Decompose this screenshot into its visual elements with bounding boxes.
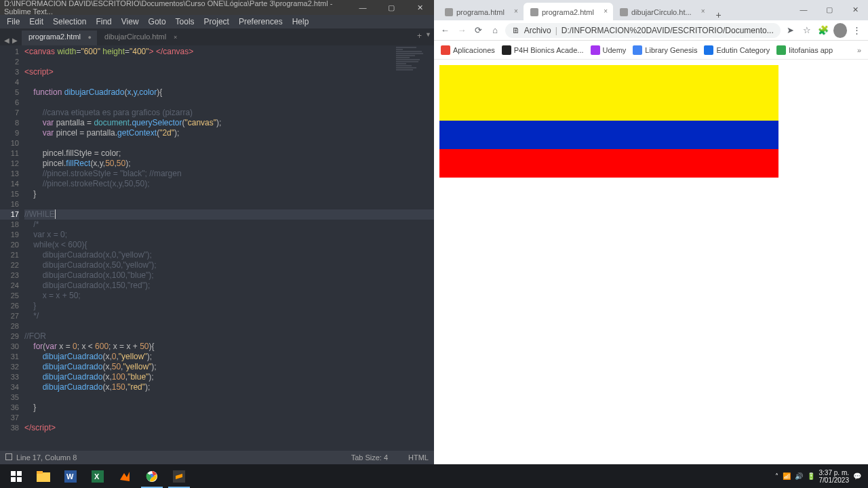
volume-icon[interactable]: 🔊 (795, 472, 803, 480)
svg-rect-0 (11, 471, 16, 476)
chrome-tabstrip: programa.html× programa2.html× dibujarCi… (434, 0, 868, 20)
tray-chevron-icon[interactable]: ˄ (775, 472, 778, 480)
cursor-position: Line 17, Column 8 (16, 453, 77, 462)
flag-yellow-band (439, 65, 778, 121)
menu-goto[interactable]: Goto (144, 16, 170, 28)
chrome-tab-programa2[interactable]: programa2.html× (524, 3, 613, 20)
close-icon[interactable]: × (174, 34, 177, 41)
site-icon (591, 45, 600, 55)
svg-text:X: X (94, 472, 100, 481)
favicon-icon (620, 8, 628, 16)
address-bar[interactable]: 🗎 Archivo | D:/INFORMACION%20DAVID/ESCRI… (505, 23, 781, 38)
windows-taskbar: W X ˄ 📶 🔊 🔋 3:37 p. m. 7/01/2023 💬 (0, 464, 868, 488)
close-icon[interactable]: × (604, 7, 608, 15)
menu-file[interactable]: File (3, 16, 24, 28)
bookmark-aplicaciones[interactable]: Aplicaciones (441, 45, 495, 55)
close-button[interactable]: ✕ (406, 0, 434, 15)
bookmark-litofanias[interactable]: litofanias app (776, 45, 833, 55)
file-explorer-icon[interactable] (30, 464, 57, 488)
chrome-tab-programa[interactable]: programa.html× (438, 3, 524, 20)
close-button[interactable]: ✕ (842, 0, 868, 19)
site-icon (633, 45, 642, 55)
maximize-button[interactable]: ▢ (377, 0, 406, 15)
canvas-output (439, 65, 778, 178)
line-gutter: 1234567891011121314151617181920212223242… (0, 45, 24, 451)
menu-edit[interactable]: Edit (25, 16, 47, 28)
bookmark-udemy[interactable]: Udemy (591, 45, 627, 55)
chrome-tab-dibujar[interactable]: dibujarCirculo.ht...× (613, 3, 711, 20)
svg-rect-5 (37, 471, 43, 474)
nav-fwd-icon[interactable]: ▶ (11, 35, 19, 45)
menu-icon[interactable]: ⋮ (850, 25, 864, 35)
bookmark-p4h[interactable]: P4H Bionics Acade... (502, 45, 584, 55)
editor-statusbar: Line 17, Column 8 Tab Size: 4HTML (0, 451, 434, 464)
editor-menubar: File Edit Selection Find View Goto Tools… (0, 15, 434, 28)
site-icon (776, 45, 786, 55)
chrome-window: programa.html× programa2.html× dibujarCi… (434, 0, 868, 464)
file-icon: 🗎 (512, 26, 520, 35)
battery-icon[interactable]: 🔋 (807, 472, 815, 480)
svg-rect-3 (17, 477, 22, 482)
menu-selection[interactable]: Selection (49, 16, 90, 28)
menu-find[interactable]: Find (92, 16, 115, 28)
reload-icon[interactable]: ⟳ (471, 25, 486, 35)
code-content[interactable]: <canvas width="600" height="400"> </canv… (24, 45, 434, 451)
new-tab-icon[interactable]: + (417, 31, 422, 41)
new-tab-button[interactable]: + (711, 9, 727, 20)
bookmark-edutin[interactable]: Edutin Category (704, 45, 770, 55)
share-icon[interactable]: ➤ (783, 25, 797, 35)
flag-blue-band (439, 121, 778, 149)
syntax-mode[interactable]: HTML (408, 453, 429, 462)
clock[interactable]: 3:37 p. m. 7/01/2023 (819, 469, 850, 484)
editor-titlebar[interactable]: D:\INFORMACION DAVID\ESCRITORIO\Document… (0, 0, 434, 15)
minimize-button[interactable]: — (791, 0, 816, 19)
chrome-icon[interactable] (138, 464, 165, 488)
tab-size[interactable]: Tab Size: 4 (351, 453, 388, 462)
network-icon[interactable]: 📶 (783, 472, 791, 480)
menu-project[interactable]: Project (200, 16, 233, 28)
excel-icon[interactable]: X (84, 464, 111, 488)
sublime-icon[interactable] (165, 464, 193, 488)
system-tray: ˄ 📶 🔊 🔋 3:37 p. m. 7/01/2023 💬 (775, 469, 866, 484)
chrome-toolbar: ← → ⟳ ⌂ 🗎 Archivo | D:/INFORMACION%20DAV… (434, 20, 868, 41)
home-icon[interactable]: ⌂ (488, 25, 502, 35)
menu-preferences[interactable]: Preferences (235, 16, 287, 28)
bookmark-icon[interactable]: ☆ (800, 25, 814, 35)
minimap[interactable] (396, 47, 430, 94)
extensions-icon[interactable]: 🧩 (816, 25, 831, 35)
close-icon[interactable]: × (514, 7, 518, 15)
profile-avatar[interactable] (833, 23, 848, 38)
back-icon[interactable]: ← (438, 25, 452, 35)
svg-rect-4 (37, 472, 50, 482)
svg-text:W: W (66, 472, 74, 481)
bookmarks-overflow-icon[interactable]: » (857, 46, 861, 54)
start-button[interactable] (3, 464, 30, 488)
favicon-icon (530, 8, 538, 16)
notifications-icon[interactable]: 💬 (853, 472, 861, 480)
editor-tabbar: ◀▶ programa2.html● dibujarCirculo.html× … (0, 28, 434, 45)
bookmark-libgen[interactable]: Library Genesis (633, 45, 697, 55)
menu-help[interactable]: Help (288, 16, 313, 28)
tab-overflow-icon[interactable]: ▼ (425, 31, 431, 38)
menu-view[interactable]: View (117, 16, 143, 28)
matlab-icon[interactable] (111, 464, 138, 488)
panel-icon[interactable] (5, 453, 12, 460)
sublime-text-window: D:\INFORMACION DAVID\ESCRITORIO\Document… (0, 0, 434, 464)
nav-back-icon[interactable]: ◀ (3, 35, 11, 45)
forward-icon[interactable]: → (455, 25, 469, 35)
editor-tab-programa2[interactable]: programa2.html● (22, 30, 97, 45)
favicon-icon (445, 8, 453, 16)
apps-icon (441, 45, 450, 55)
word-icon[interactable]: W (57, 464, 84, 488)
editor-tab-dibujar[interactable]: dibujarCirculo.html× (98, 30, 182, 45)
maximize-button[interactable]: ▢ (816, 0, 842, 19)
site-icon (704, 45, 713, 55)
close-icon[interactable]: × (701, 7, 705, 15)
page-viewport (434, 60, 868, 183)
bookmarks-bar: Aplicaciones P4H Bionics Acade... Udemy … (434, 41, 868, 60)
svg-rect-2 (11, 477, 16, 482)
menu-tools[interactable]: Tools (172, 16, 199, 28)
flag-red-band (439, 149, 778, 178)
minimize-button[interactable]: — (349, 0, 377, 15)
code-area[interactable]: 1234567891011121314151617181920212223242… (0, 45, 434, 451)
